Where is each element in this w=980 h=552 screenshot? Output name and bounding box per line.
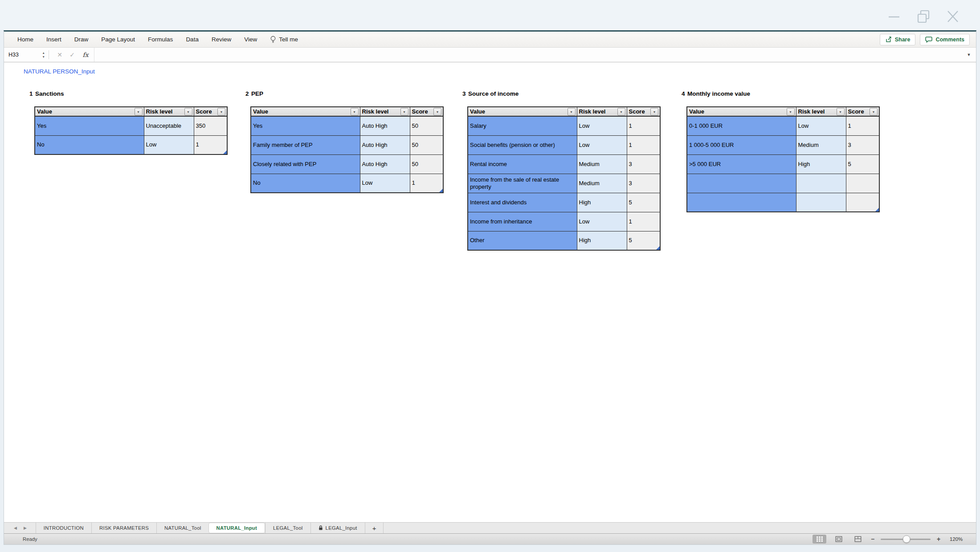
filter-dropdown-button[interactable]: ▼: [837, 108, 845, 115]
table-cell[interactable]: Yes: [251, 116, 360, 135]
table-cell[interactable]: [846, 174, 879, 193]
filter-dropdown-button[interactable]: ▼: [650, 108, 658, 115]
formula-bar-expand-icon[interactable]: ▼: [962, 53, 976, 57]
table-cell[interactable]: 0-1 000 EUR: [687, 116, 796, 135]
table-cell[interactable]: No: [35, 135, 144, 154]
worksheet-area[interactable]: NATURAL PERSON_Input 1SanctionsValue▼Ris…: [4, 62, 976, 522]
table-cell[interactable]: 1: [627, 212, 660, 231]
table-cell[interactable]: Closely related with PEP: [251, 154, 360, 174]
filter-dropdown-button[interactable]: ▼: [870, 108, 878, 115]
table-cell[interactable]: >5 000 EUR: [687, 154, 796, 174]
table-cell[interactable]: Auto High: [360, 154, 410, 174]
menu-home[interactable]: Home: [17, 36, 33, 43]
menu-data[interactable]: Data: [186, 36, 199, 43]
menu-formulas[interactable]: Formulas: [148, 36, 173, 43]
table-cell[interactable]: [687, 174, 796, 193]
table-cell[interactable]: 1: [846, 116, 879, 135]
menu-page-layout[interactable]: Page Layout: [101, 36, 135, 43]
menu-tell-me[interactable]: Tell me: [270, 36, 298, 44]
name-box[interactable]: H33 ▲▼: [4, 48, 49, 62]
add-sheet-button[interactable]: +: [365, 523, 384, 533]
table-cell[interactable]: Family member of PEP: [251, 135, 360, 154]
sheet-tab-legal-input[interactable]: LEGAL_Input: [310, 523, 365, 533]
table-cell[interactable]: Interest and dividends: [468, 193, 577, 212]
table-cell[interactable]: Low: [796, 116, 846, 135]
table-cell[interactable]: 50: [410, 154, 443, 174]
sheet-tab-legal-tool[interactable]: LEGAL_Tool: [265, 523, 310, 533]
table-cell[interactable]: Yes: [35, 116, 144, 135]
page-layout-view-button[interactable]: [832, 535, 845, 544]
sheet-tab-introduction[interactable]: INTRODUCTION: [36, 523, 91, 533]
table-cell[interactable]: [796, 193, 846, 212]
table-cell[interactable]: Medium: [796, 135, 846, 154]
zoom-out-button[interactable]: −: [870, 536, 875, 543]
table-resize-handle[interactable]: [439, 189, 443, 192]
filter-dropdown-button[interactable]: ▼: [787, 108, 795, 115]
table-cell[interactable]: 5: [627, 231, 660, 250]
table-cell[interactable]: 1 000-5 000 EUR: [687, 135, 796, 154]
sheet-tab-risk-parameters[interactable]: RISK PARAMETERS: [91, 523, 156, 533]
table-resize-handle[interactable]: [223, 150, 227, 154]
table-cell[interactable]: High: [577, 193, 627, 212]
table-cell[interactable]: High: [796, 154, 846, 174]
filter-dropdown-button[interactable]: ▼: [617, 108, 625, 115]
table-cell[interactable]: Other: [468, 231, 577, 250]
sheet-tab-natural-input[interactable]: NATURAL_Input: [208, 523, 265, 533]
table-cell[interactable]: 5: [846, 154, 879, 174]
share-button[interactable]: Share: [880, 34, 916, 45]
minimize-icon[interactable]: [886, 10, 902, 23]
table-cell[interactable]: 1: [194, 135, 227, 154]
confirm-entry-icon[interactable]: ✓: [68, 51, 76, 58]
table-cell[interactable]: Low: [577, 135, 627, 154]
table-cell[interactable]: 1: [410, 174, 443, 193]
table-cell[interactable]: No: [251, 174, 360, 193]
table-cell[interactable]: 5: [627, 193, 660, 212]
menu-draw[interactable]: Draw: [74, 36, 89, 43]
table-cell[interactable]: 1: [627, 116, 660, 135]
table-cell[interactable]: Medium: [577, 154, 627, 174]
table-cell[interactable]: Low: [577, 212, 627, 231]
table-cell[interactable]: Low: [577, 116, 627, 135]
filter-dropdown-button[interactable]: ▼: [135, 108, 143, 115]
sheet-nav-left-icon[interactable]: ◀: [14, 526, 17, 530]
normal-view-button[interactable]: [813, 535, 826, 544]
formula-input[interactable]: [94, 48, 962, 62]
menu-review[interactable]: Review: [212, 36, 231, 43]
table-cell[interactable]: Low: [360, 174, 410, 193]
table-cell[interactable]: High: [577, 231, 627, 250]
filter-dropdown-button[interactable]: ▼: [568, 108, 576, 115]
table-cell[interactable]: Low: [144, 135, 194, 154]
table-resize-handle[interactable]: [875, 208, 879, 211]
menu-view[interactable]: View: [244, 36, 257, 43]
filter-dropdown-button[interactable]: ▼: [184, 108, 192, 115]
table-cell[interactable]: Unacceptable: [144, 116, 194, 135]
table-cell[interactable]: Income from the sale of real estate prop…: [468, 174, 577, 193]
zoom-slider[interactable]: [881, 539, 931, 540]
table-cell[interactable]: Rental income: [468, 154, 577, 174]
menu-insert[interactable]: Insert: [46, 36, 61, 43]
comments-button[interactable]: Comments: [920, 34, 970, 45]
table-cell[interactable]: Social benefits (pension or other): [468, 135, 577, 154]
zoom-slider-knob[interactable]: [903, 536, 911, 543]
filter-dropdown-button[interactable]: ▼: [351, 108, 359, 115]
table-cell[interactable]: [796, 174, 846, 193]
table-cell[interactable]: [846, 193, 879, 212]
table-cell[interactable]: Medium: [577, 174, 627, 193]
filter-dropdown-button[interactable]: ▼: [400, 108, 408, 115]
sheet-title-link[interactable]: NATURAL PERSON_Input: [24, 68, 95, 75]
filter-dropdown-button[interactable]: ▼: [217, 108, 225, 115]
sheet-tab-natural-tool[interactable]: NATURAL_Tool: [156, 523, 209, 533]
table-cell[interactable]: 350: [194, 116, 227, 135]
table-cell[interactable]: Auto High: [360, 135, 410, 154]
filter-dropdown-button[interactable]: ▼: [433, 108, 441, 115]
table-resize-handle[interactable]: [656, 246, 660, 250]
table-cell[interactable]: Salary: [468, 116, 577, 135]
table-cell[interactable]: 3: [627, 174, 660, 193]
name-box-stepper[interactable]: ▲▼: [42, 52, 45, 58]
restore-icon[interactable]: [916, 9, 931, 24]
table-cell[interactable]: 3: [846, 135, 879, 154]
zoom-in-button[interactable]: +: [936, 536, 941, 543]
insert-function-icon[interactable]: fx: [81, 51, 90, 58]
table-cell[interactable]: 1: [627, 135, 660, 154]
table-cell[interactable]: Income from inheritance: [468, 212, 577, 231]
